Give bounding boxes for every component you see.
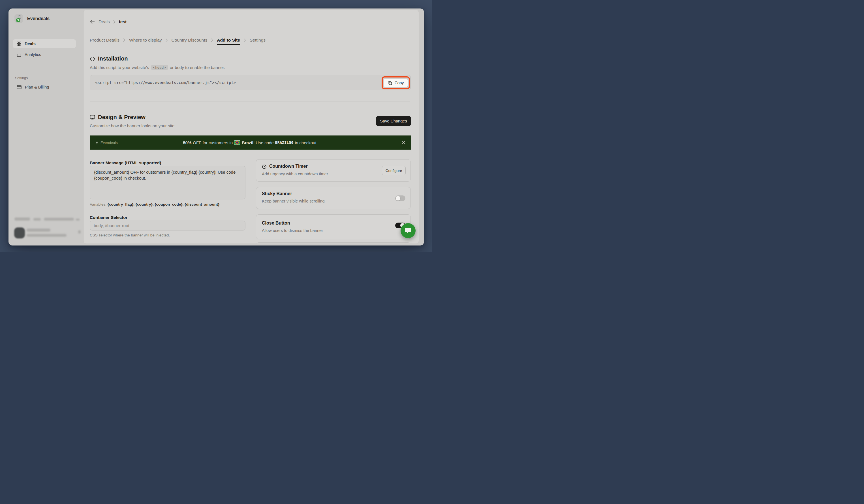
chevron-right-icon — [113, 20, 116, 24]
sidebar: Evendeals Platform Deals — [9, 9, 83, 246]
copy-button-highlight: Copy — [382, 76, 410, 89]
zap-icon — [95, 141, 98, 145]
sidebar-item-plan-billing[interactable]: Plan & Billing — [13, 83, 76, 91]
sticky-banner-toggle[interactable] — [395, 195, 405, 201]
countdown-timer-title: Countdown Timer — [262, 164, 308, 169]
sticky-banner-title: Sticky Banner — [262, 191, 292, 196]
banner-preview: Evendeals 50% OFF for customers in Brazi… — [90, 135, 411, 150]
installation-title: Installation — [98, 56, 128, 62]
sidebar-section-settings: Settings — [15, 76, 28, 80]
monitor-icon — [90, 115, 95, 120]
sticky-banner-desc: Keep banner visible while scrolling — [262, 199, 325, 204]
screen: Evendeals Platform Deals — [0, 0, 432, 252]
design-title: Design & Preview — [98, 114, 145, 121]
container-selector-input[interactable] — [90, 221, 245, 231]
chat-bubble-icon — [404, 227, 412, 234]
back-arrow-icon[interactable] — [90, 20, 95, 24]
code-icon — [90, 57, 95, 61]
countdown-timer-desc: Add urgency with a countdown timer — [262, 172, 328, 176]
tab-country-discounts[interactable]: Country Discounts — [171, 35, 207, 45]
brazil-flag-icon — [234, 140, 240, 145]
credit-card-icon — [17, 85, 22, 89]
sidebar-item-analytics[interactable]: Analytics — [13, 50, 76, 59]
install-script-box: <script src="https://www.evendeals.com/b… — [90, 75, 411, 90]
installation-header: Installation — [90, 56, 128, 62]
tab-product-details[interactable]: Product Details — [90, 35, 119, 45]
main-panel: Deals test Product Details Where to disp… — [83, 10, 419, 244]
copy-button[interactable]: Copy — [384, 78, 408, 87]
timer-icon — [262, 164, 267, 169]
breadcrumb: Deals test — [90, 19, 127, 25]
evendeals-logo-icon — [14, 14, 23, 23]
next-card-partial — [256, 242, 411, 244]
close-button-card: Close Button Allow users to dismiss the … — [256, 214, 411, 239]
chat-launcher-button[interactable] — [400, 223, 416, 238]
banner-message-textarea[interactable]: {discount_amount} OFF for customers in {… — [90, 166, 245, 199]
breadcrumb-deals[interactable]: Deals — [98, 19, 110, 24]
countdown-timer-card: Countdown Timer Add urgency with a count… — [256, 159, 411, 182]
sidebar-item-deals[interactable]: Deals — [13, 39, 76, 48]
copy-icon — [388, 81, 392, 85]
bar-chart-icon — [17, 52, 21, 57]
variables-hint: Variables: {country_flag}, {country}, {c… — [90, 202, 219, 207]
save-changes-button[interactable]: Save Changes — [376, 116, 411, 126]
tab-where-to-display[interactable]: Where to display — [129, 35, 161, 45]
close-button-title: Close Button — [262, 221, 290, 226]
sidebar-item-label: Plan & Billing — [25, 85, 49, 89]
chevron-right-icon — [123, 35, 125, 45]
head-code-chip: <head> — [151, 65, 168, 70]
banner-message-preview: 50% OFF for customers in Brazil! Use cod… — [183, 140, 317, 145]
section-divider — [90, 101, 410, 102]
chevron-right-icon — [211, 35, 213, 45]
close-button-desc: Allow users to dismiss the banner — [262, 228, 323, 233]
sidebar-item-label: Deals — [25, 41, 36, 46]
banner-brand: Evendeals — [95, 140, 118, 145]
banner-close-button[interactable] — [401, 135, 405, 150]
tab-settings[interactable]: Settings — [250, 35, 265, 45]
design-subtitle: Customize how the banner looks on your s… — [90, 123, 176, 128]
sidebar-item-label: Analytics — [25, 52, 41, 57]
tab-add-to-site[interactable]: Add to Site — [217, 35, 240, 45]
brand-name: Evendeals — [27, 16, 49, 21]
sticky-banner-card: Sticky Banner Keep banner visible while … — [256, 187, 411, 209]
banner-message-label: Banner Message (HTML supported) — [90, 160, 161, 165]
container-selector-label: Container Selector — [90, 215, 128, 220]
install-script-code: <script src="https://www.evendeals.com/b… — [95, 75, 236, 90]
chevron-right-icon — [166, 35, 168, 45]
grid-icon — [17, 41, 21, 46]
design-header: Design & Preview — [90, 114, 145, 121]
container-selector-help: CSS selector where the banner will be in… — [90, 233, 170, 237]
installation-subtitle: Add this script to your website's <head>… — [90, 65, 225, 70]
app-window: Evendeals Platform Deals — [9, 9, 424, 246]
close-icon — [401, 140, 405, 145]
breadcrumb-current: test — [119, 19, 127, 24]
avatar — [14, 228, 25, 238]
configure-button[interactable]: Configure — [382, 166, 406, 175]
chevron-right-icon — [244, 35, 246, 45]
brand: Evendeals — [14, 14, 49, 23]
step-tabs: Product Details Where to display Country… — [90, 35, 410, 45]
